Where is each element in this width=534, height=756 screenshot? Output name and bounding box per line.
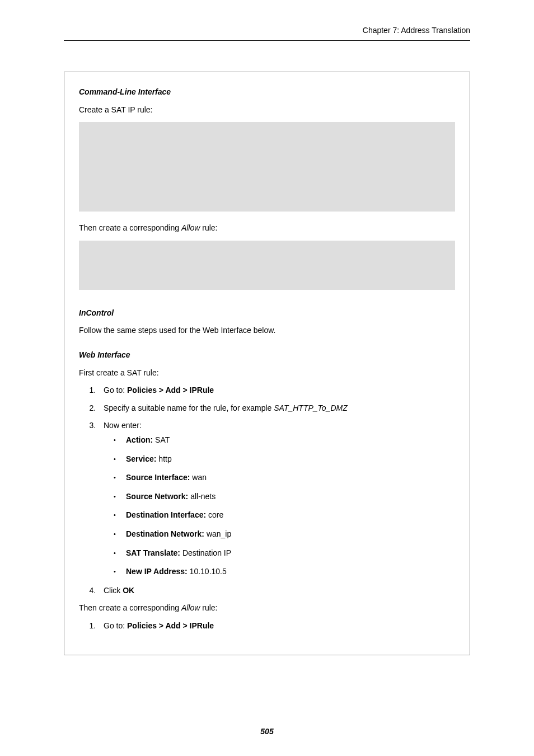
bullet-new-ip-label: New IP Address:: [126, 567, 188, 576]
bullet-dst-if-label: Destination Interface:: [126, 510, 206, 519]
step2-1: Go to: Policies > Add > IPRule: [98, 621, 455, 632]
step-2: Specify a suitable name for the rule, fo…: [98, 403, 455, 414]
step-1-pre: Go to:: [104, 386, 127, 395]
bullet-dst-if: Destination Interface: core: [114, 510, 455, 521]
code-block-allow-rule: [79, 241, 455, 290]
step-2-italic: SAT_HTTP_To_DMZ: [274, 403, 347, 412]
incontrol-body: Follow the same steps used for the Web I…: [79, 325, 455, 336]
section-title-incontrol: InControl: [79, 308, 455, 319]
bullet-sat-translate: SAT Translate: Destination IP: [114, 548, 455, 559]
bullet-sat-translate-label: SAT Translate:: [126, 548, 180, 557]
page: Chapter 7: Address Translation Command-L…: [0, 0, 534, 756]
cli-after-block: Then create a corresponding Allow rule:: [79, 223, 455, 234]
step-4-bold: OK: [123, 586, 134, 595]
cli-after-block-tail: rule:: [200, 223, 217, 232]
code-block-sat-rule: [79, 122, 455, 212]
bullet-dst-net-label: Destination Network:: [126, 529, 204, 538]
bullet-src-net-label: Source Network:: [126, 492, 188, 501]
bullet-dst-net: Destination Network: wan_ip: [114, 529, 455, 540]
web-intro: First create a SAT rule:: [79, 368, 455, 379]
cli-after-block-pre: Then create a corresponding: [79, 223, 181, 232]
bullet-src-net: Source Network: all-nets: [114, 491, 455, 503]
step2-1-pre: Go to:: [104, 621, 127, 630]
bullet-sat-translate-value: Destination IP: [180, 548, 231, 557]
bullet-dst-net-value: wan_ip: [204, 529, 231, 538]
bullet-action-value: SAT: [153, 435, 170, 444]
bullet-action-label: Action:: [126, 435, 153, 444]
bullet-new-ip: New IP Address: 10.10.10.5: [114, 566, 455, 577]
page-number: 505: [0, 727, 534, 736]
step-3-text: Now enter:: [104, 421, 142, 430]
step-3-bullets: Action: SAT Service: http Source Interfa…: [104, 435, 455, 577]
bullet-src-if-label: Source Interface:: [126, 473, 190, 482]
header-rule: [64, 40, 470, 41]
cli-intro: Create a SAT IP rule:: [79, 105, 455, 116]
bullet-src-if-value: wan: [190, 473, 207, 482]
bullet-service-label: Service:: [126, 454, 156, 463]
web-after-steps: Then create a corresponding Allow rule:: [79, 603, 455, 614]
bullet-service-value: http: [156, 454, 171, 463]
bullet-service: Service: http: [114, 454, 455, 465]
step-4-pre: Click: [104, 586, 123, 595]
web-steps-list-2: Go to: Policies > Add > IPRule: [79, 621, 455, 632]
bullet-action: Action: SAT: [114, 435, 455, 446]
bullet-src-if: Source Interface: wan: [114, 472, 455, 483]
bullet-dst-if-value: core: [206, 510, 223, 519]
web-after-steps-pre: Then create a corresponding: [79, 603, 181, 612]
web-after-steps-italic: Allow: [181, 603, 200, 612]
step-3: Now enter: Action: SAT Service: http Sou…: [98, 420, 455, 577]
step-4: Click OK: [98, 585, 455, 597]
section-title-web: Web Interface: [79, 350, 455, 361]
step2-1-bold: Policies > Add > IPRule: [127, 621, 214, 630]
content-box: Command-Line Interface Create a SAT IP r…: [64, 72, 470, 655]
step-2-pre: Specify a suitable name for the rule, fo…: [104, 403, 274, 412]
running-header: Chapter 7: Address Translation: [363, 26, 470, 35]
step-1: Go to: Policies > Add > IPRule: [98, 385, 455, 396]
bullet-new-ip-value: 10.10.10.5: [188, 567, 227, 576]
section-title-cli: Command-Line Interface: [79, 87, 455, 98]
step-1-bold: Policies > Add > IPRule: [127, 386, 214, 395]
cli-after-block-italic: Allow: [181, 223, 200, 232]
bullet-src-net-value: all-nets: [188, 492, 216, 501]
web-steps-list-1: Go to: Policies > Add > IPRule Specify a…: [79, 385, 455, 596]
web-after-steps-tail: rule:: [200, 603, 217, 612]
